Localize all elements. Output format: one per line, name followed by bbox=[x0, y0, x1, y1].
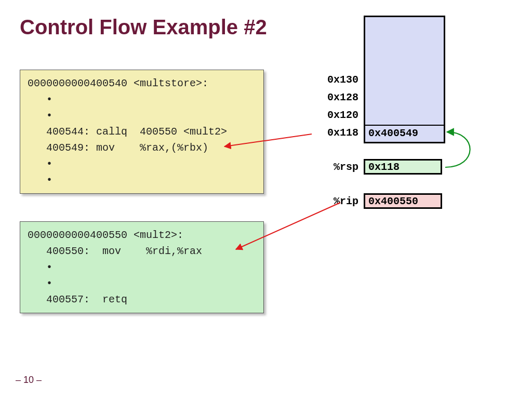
stack-addr-0x130: 0x130 bbox=[312, 74, 358, 86]
code-line: • bbox=[28, 277, 52, 289]
code-line: • bbox=[28, 174, 52, 186]
code-block-mult2: 0000000000400550 <mult2>: 400550: mov %r… bbox=[20, 221, 264, 313]
rip-value-box: 0x400550 bbox=[364, 193, 442, 209]
code-line: 0000000000400550 <mult2>: bbox=[28, 229, 183, 241]
stack-addr-0x120: 0x120 bbox=[312, 109, 358, 121]
code-line: • bbox=[28, 158, 52, 170]
code-line: • bbox=[28, 261, 52, 273]
rsp-label: %rsp bbox=[312, 161, 358, 173]
rip-label: %rip bbox=[312, 195, 358, 207]
stack-addr-0x128: 0x128 bbox=[312, 91, 358, 103]
code-line: 0000000000400540 <multstore>: bbox=[28, 77, 208, 89]
stack-top-value: 0x400549 bbox=[365, 125, 444, 140]
code-line: 400544: callq 400550 <mult2> bbox=[28, 126, 227, 138]
page-number: – 10 – bbox=[16, 375, 42, 385]
code-line: 400557: retq bbox=[28, 294, 127, 305]
stack-diagram: 0x400549 bbox=[364, 16, 445, 143]
stack-addr-0x118: 0x118 bbox=[312, 127, 358, 139]
arrows-overlay bbox=[0, 0, 532, 399]
rsp-value-box: 0x118 bbox=[364, 159, 442, 175]
code-line: • bbox=[28, 94, 52, 105]
code-block-multstore: 0000000000400540 <multstore>: • • 400544… bbox=[20, 70, 264, 194]
code-line: 400549: mov %rax,(%rbx) bbox=[28, 142, 208, 154]
code-line: • bbox=[28, 110, 52, 122]
arrow-rsp-to-stack bbox=[445, 132, 470, 167]
slide-title: Control Flow Example #2 bbox=[20, 16, 267, 39]
code-line: 400550: mov %rdi,%rax bbox=[28, 245, 202, 257]
